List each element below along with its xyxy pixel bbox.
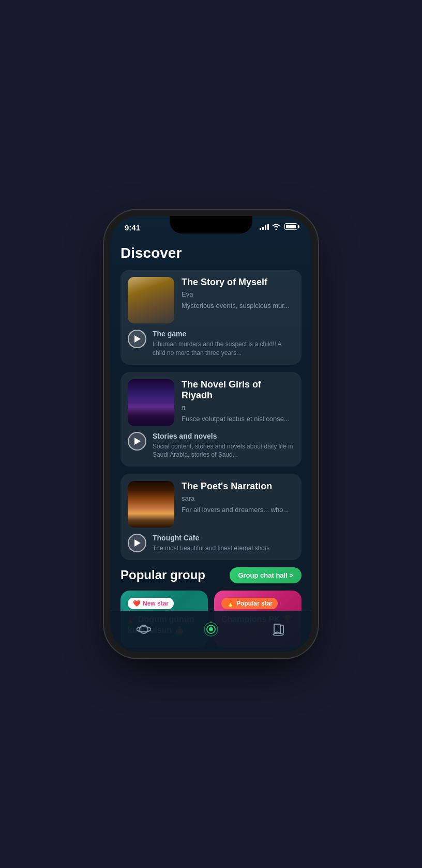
group-badge-2: 🔥 Popular star (221, 598, 278, 609)
group-chat-button[interactable]: Group chat hall > (230, 567, 302, 583)
card-info-1: The Story of Myself Eva Mysterious event… (182, 277, 294, 311)
episode-desc-2: Social content, stories and novels about… (153, 442, 294, 460)
popular-header: Popular group Group chat hall > (120, 567, 302, 583)
card-info-3: The Poet's Narration sara For all lovers… (182, 481, 294, 515)
signal-icon (260, 224, 269, 230)
card-author-2: я (182, 404, 294, 411)
story-card-2[interactable]: The Novel Girls of Riyadh я Fusce volutp… (120, 372, 302, 467)
nav-item-discover[interactable] (193, 617, 229, 641)
badge-emoji-2: 🔥 (227, 600, 234, 607)
badge-label-1: New star (143, 600, 169, 607)
card-info-2: The Novel Girls of Riyadh я Fusce volutp… (182, 379, 294, 424)
badge-label-2: Popular star (236, 600, 273, 607)
status-icons (260, 223, 297, 230)
play-button-3[interactable] (128, 534, 146, 552)
episode-title-2: Stories and novels (153, 432, 294, 440)
card-desc-2: Fusce volutpat lectus et nisl conse... (182, 414, 294, 424)
play-button-2[interactable] (128, 432, 146, 451)
radio-icon (203, 622, 219, 637)
thumbnail-2 (128, 379, 174, 426)
episode-desc-3: The most beautiful and finest eternal sh… (153, 544, 294, 553)
bottom-nav (110, 611, 312, 652)
badge-emoji-1: ❤️ (133, 600, 141, 607)
episode-desc-1: Inhuman murders and the suspect is a chi… (153, 340, 294, 358)
episode-info-1: The game Inhuman murders and the suspect… (153, 330, 294, 358)
card-desc-3: For all lovers and dreamers... who... (182, 505, 294, 515)
card-author-3: sara (182, 494, 294, 502)
thumbnail-3 (128, 481, 174, 528)
story-card-1[interactable]: The Story of Myself Eva Mysterious event… (120, 270, 302, 365)
nav-item-explore[interactable] (126, 618, 161, 641)
play-button-1[interactable] (128, 330, 146, 348)
play-icon-1 (134, 335, 141, 343)
discover-title: Discover (120, 245, 302, 261)
wifi-icon (272, 224, 280, 230)
popular-title: Popular group (120, 568, 205, 582)
svg-point-2 (209, 627, 213, 631)
status-time: 9:41 (125, 223, 140, 232)
card-desc-1: Mysterious events, suspicious mur... (182, 301, 294, 311)
play-icon-2 (134, 438, 141, 445)
episode-title-3: Thought Cafe (153, 534, 294, 542)
card-title-1: The Story of Myself (182, 277, 294, 288)
episode-title-1: The game (153, 330, 294, 338)
phone-frame: 9:41 Discover (110, 216, 312, 652)
episode-info-2: Stories and novels Social content, stori… (153, 432, 294, 460)
book-icon (271, 622, 285, 637)
battery-icon (284, 223, 297, 230)
svg-point-1 (137, 627, 151, 632)
play-icon-3 (134, 539, 141, 547)
episode-info-3: Thought Cafe The most beautiful and fine… (153, 534, 294, 553)
scroll-content[interactable]: Discover The Story of Myself Eva Mysteri… (110, 216, 312, 652)
nav-item-library[interactable] (261, 618, 296, 641)
screen: 9:41 Discover (110, 216, 312, 652)
story-card-3[interactable]: The Poet's Narration sara For all lovers… (120, 474, 302, 560)
notch (170, 216, 252, 234)
svg-point-6 (273, 633, 283, 636)
card-title-3: The Poet's Narration (182, 481, 294, 492)
card-author-1: Eva (182, 290, 294, 298)
card-title-2: The Novel Girls of Riyadh (182, 379, 294, 401)
thumbnail-1 (128, 277, 174, 323)
planet-icon (137, 622, 151, 637)
group-badge-1: ❤️ New star (128, 598, 174, 609)
